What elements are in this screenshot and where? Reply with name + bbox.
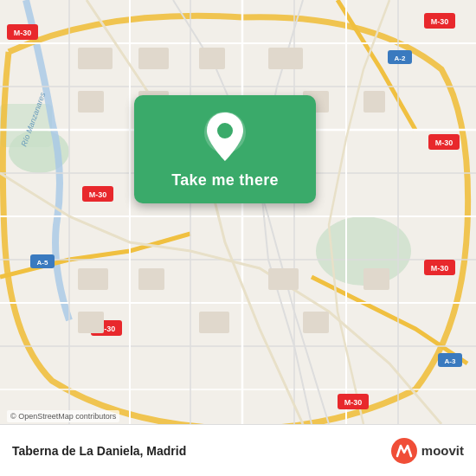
moovit-logo: moovit [390, 437, 464, 465]
svg-rect-44 [268, 48, 303, 69]
svg-rect-51 [268, 268, 299, 290]
svg-rect-55 [303, 312, 329, 333]
svg-text:M-30: M-30 [344, 398, 363, 407]
svg-text:M-30: M-30 [89, 190, 107, 199]
svg-rect-41 [78, 48, 113, 69]
location-pin-icon [203, 111, 247, 163]
svg-text:A-5: A-5 [37, 259, 48, 267]
place-info: Taberna de La Daniela, Madrid [12, 444, 186, 458]
moovit-text: moovit [421, 443, 464, 458]
attribution-label: © OpenStreetMap contributors [10, 412, 116, 421]
take-me-there-label: Take me there [171, 171, 279, 190]
svg-rect-43 [199, 48, 225, 69]
svg-text:M-30: M-30 [431, 17, 449, 26]
svg-text:A-2: A-2 [395, 55, 406, 62]
svg-text:M-30: M-30 [435, 138, 453, 147]
svg-rect-53 [78, 312, 104, 333]
svg-rect-48 [363, 91, 385, 113]
svg-text:M-30: M-30 [431, 264, 449, 273]
svg-point-57 [217, 123, 233, 138]
bottom-bar: Taberna de La Daniela, Madrid moovit [0, 424, 476, 476]
moovit-logo-icon [390, 437, 418, 465]
svg-rect-49 [78, 268, 108, 290]
svg-rect-42 [138, 48, 169, 69]
svg-rect-45 [78, 91, 104, 113]
svg-rect-50 [138, 268, 164, 290]
take-me-there-button[interactable]: Take me there [134, 95, 316, 203]
map-container: M-30 M-30 M-30 M-30 M-30 M-30 M-30 A-2 A… [0, 0, 476, 424]
svg-text:A-3: A-3 [445, 357, 456, 365]
map-background: M-30 M-30 M-30 M-30 M-30 M-30 M-30 A-2 A… [0, 0, 476, 424]
svg-rect-54 [199, 312, 229, 333]
svg-rect-52 [363, 268, 389, 290]
svg-text:M-30: M-30 [14, 29, 32, 37]
map-attribution: © OpenStreetMap contributors [7, 410, 119, 422]
place-name: Taberna de La Daniela, Madrid [12, 444, 186, 458]
